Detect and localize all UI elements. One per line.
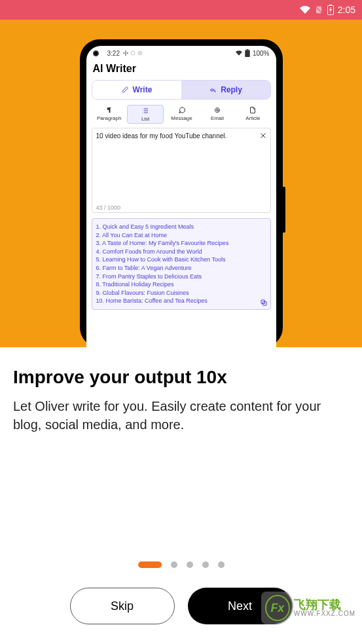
pencil-icon [121, 86, 129, 94]
app-title: AI Writer [93, 63, 271, 75]
svg-point-8 [125, 54, 126, 55]
tab-paragraph[interactable]: Paragraph [92, 105, 127, 124]
output-line: 9. Global Flavours: Fusion Cuisines [96, 289, 266, 297]
tab-label: Paragraph [97, 115, 121, 121]
status-icons [123, 50, 143, 57]
output-line: 7. From Pantry Staples to Delicious Eats [96, 273, 266, 281]
reply-segment[interactable]: Reply [181, 81, 270, 99]
output-list: 1. Quick and Easy 5 Ingredient Meals2. A… [96, 223, 266, 305]
page-dot[interactable] [218, 561, 225, 568]
page-dot[interactable] [187, 561, 193, 568]
mock-time: 3:22 [107, 50, 120, 57]
phone-side-button [283, 187, 285, 233]
reply-label: Reply [221, 85, 242, 94]
char-counter: 43 / 1000 [96, 204, 266, 211]
no-sim-icon [314, 5, 323, 14]
hero-area: 3:22 100% AI Writer [0, 20, 362, 347]
close-icon [259, 132, 267, 140]
copy-icon[interactable] [260, 299, 268, 307]
svg-point-11 [139, 52, 141, 54]
prompt-text: 10 video ideas for my food YouTube chann… [96, 132, 266, 140]
page-dot[interactable] [171, 561, 177, 568]
tab-article[interactable]: Article [235, 105, 270, 124]
paragraph-icon [105, 106, 113, 114]
tab-label: List [141, 116, 149, 122]
at-icon [213, 106, 221, 114]
output-line: 8. Traditional Holiday Recipes [96, 280, 266, 289]
svg-rect-3 [329, 5, 332, 6]
next-label: Next [228, 599, 252, 613]
svg-point-6 [127, 52, 128, 54]
watermark-title: 飞翔下载 [294, 599, 355, 611]
format-tabs: Paragraph List Message Email [92, 105, 271, 124]
output-line: 10. Home Barista: Coffee and Tea Recipes [96, 297, 266, 305]
mode-segment: Write Reply [92, 80, 271, 100]
headline: Improve your output 10x [13, 367, 349, 388]
write-segment[interactable]: Write [92, 81, 181, 99]
wifi-icon [300, 5, 310, 15]
write-label: Write [133, 85, 153, 94]
svg-point-4 [125, 52, 126, 54]
output-line: 4. Comfort Foods from Around the World [96, 248, 266, 256]
wifi-icon [236, 50, 242, 56]
tab-label: Email [211, 115, 224, 121]
page-indicator [13, 561, 349, 568]
watermark-url: WWW.FXXZ.COM [294, 611, 355, 617]
subtitle: Let Oliver write for you. Easily create … [13, 397, 349, 434]
output-line: 1. Quick and Easy 5 Ingredient Meals [96, 223, 266, 231]
skip-label: Skip [111, 599, 134, 613]
tab-label: Message [171, 115, 192, 121]
output-card: 1. Quick and Easy 5 Ingredient Meals2. A… [92, 218, 271, 310]
output-line: 6. Farm to Table: A Vegan Adventure [96, 264, 266, 273]
tab-label: Article [245, 115, 260, 121]
camera-hole [93, 50, 99, 56]
clear-input-button[interactable] [259, 131, 268, 140]
page-dot[interactable] [202, 561, 209, 568]
output-line: 3. A Taste of Home: My Family's Favourit… [96, 239, 266, 248]
phone-mockup: 3:22 100% AI Writer [80, 39, 283, 347]
page-dot[interactable] [138, 561, 162, 568]
svg-point-7 [125, 50, 126, 52]
device-status-bar: 2:05 [0, 0, 362, 20]
svg-rect-12 [245, 50, 250, 58]
battery-charging-icon [327, 5, 334, 15]
list-icon [141, 107, 149, 115]
svg-rect-10 [138, 51, 141, 54]
prompt-input-card[interactable]: 10 video ideas for my food YouTube chann… [92, 128, 271, 213]
watermark: Fx 飞翔下载 WWW.FXXZ.COM [261, 592, 359, 624]
output-line: 2. All You Can Eat at Home [96, 231, 266, 240]
message-icon [178, 106, 186, 114]
tab-list[interactable]: List [127, 105, 164, 124]
reply-icon [209, 86, 217, 94]
tab-message[interactable]: Message [164, 105, 199, 124]
skip-button[interactable]: Skip [70, 588, 175, 624]
svg-rect-13 [246, 49, 248, 50]
output-line: 5. Learning How to Cook with Basic Kitch… [96, 256, 266, 264]
svg-point-5 [123, 52, 124, 54]
mock-battery-pct: 100% [253, 50, 270, 57]
tab-email[interactable]: Email [200, 105, 235, 124]
watermark-logo: Fx [265, 595, 290, 621]
article-icon [249, 106, 257, 114]
mock-status-bar: 3:22 100% [86, 46, 276, 60]
device-time: 2:05 [338, 5, 355, 15]
battery-icon [245, 49, 250, 57]
svg-point-9 [131, 51, 135, 55]
